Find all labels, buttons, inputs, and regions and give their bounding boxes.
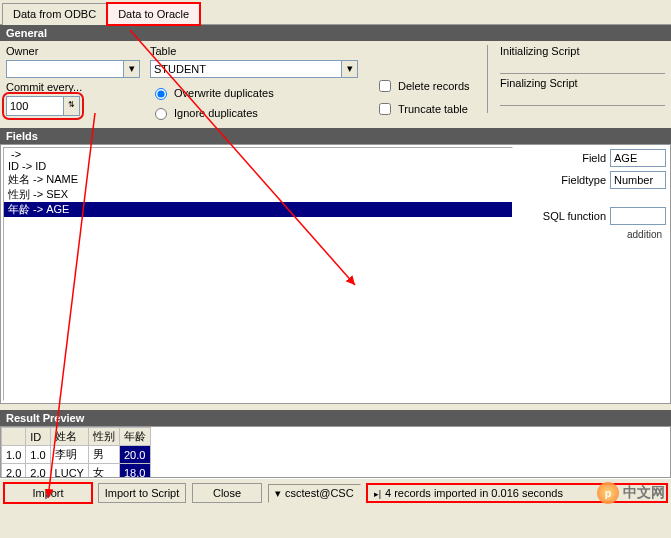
list-item[interactable]: 姓名 -> NAME: [4, 172, 512, 187]
overwrite-duplicates-radio[interactable]: [155, 88, 167, 100]
owner-combo[interactable]: [6, 60, 124, 78]
list-item-selected[interactable]: 年龄 -> AGE: [4, 202, 512, 217]
php-logo-icon: p: [597, 482, 619, 504]
table-row[interactable]: 2.0 2.0 LUCY 女 18.0: [2, 464, 151, 479]
col-header[interactable]: 年龄: [119, 428, 150, 446]
ignore-label: Ignore duplicates: [174, 107, 258, 119]
table-combo[interactable]: [150, 60, 342, 78]
result-preview-panel: ID 姓名 性别 年龄 1.0 1.0 李明 男 20.0 2.0 2.0 LU…: [0, 426, 671, 478]
col-header[interactable]: ID: [26, 428, 50, 446]
owner-label: Owner: [6, 45, 140, 57]
sqlfunction-label: SQL function: [543, 210, 606, 222]
init-script-label: Initializing Script: [500, 45, 665, 57]
tab-data-to-oracle[interactable]: Data to Oracle: [107, 3, 200, 25]
field-input[interactable]: [610, 149, 666, 167]
commit-every-input[interactable]: [6, 96, 64, 116]
watermark: p 中文网: [597, 482, 665, 504]
sqlfunction-input[interactable]: [610, 207, 666, 225]
fieldtype-label: Fieldtype: [561, 174, 606, 186]
connection-text: csctest@CSC: [285, 487, 354, 499]
result-preview-header: Result Preview: [0, 410, 671, 426]
bottom-bar: Import Import to Script Close ▾ csctest@…: [0, 478, 671, 507]
field-mapping-list[interactable]: -> ID -> ID 姓名 -> NAME 性别 -> SEX 年龄 -> A…: [3, 147, 513, 401]
tabs: Data from ODBC Data to Oracle: [0, 0, 671, 25]
close-button[interactable]: Close: [192, 483, 262, 503]
list-item[interactable]: 性别 -> SEX: [4, 187, 512, 202]
commit-spin[interactable]: ⇅: [64, 96, 80, 116]
ignore-duplicates-radio[interactable]: [155, 108, 167, 120]
general-panel: Owner ▾ Commit every... ⇅ Table ▾ Overwr…: [0, 41, 671, 128]
fieldtype-input[interactable]: [610, 171, 666, 189]
col-header[interactable]: 性别: [88, 428, 119, 446]
table-label: Table: [150, 45, 365, 57]
field-label: Field: [582, 152, 606, 164]
truncate-label: Truncate table: [398, 103, 468, 115]
final-script-label: Finalizing Script: [500, 77, 665, 89]
table-dropdown-button[interactable]: ▾: [342, 60, 358, 78]
list-item[interactable]: ID -> ID: [4, 160, 512, 172]
status-arrow-icon: ▸|: [374, 489, 381, 499]
fields-header: Fields: [0, 128, 671, 144]
chevron-down-icon: ▾: [275, 487, 281, 500]
col-header[interactable]: 姓名: [50, 428, 88, 446]
delete-label: Delete records: [398, 80, 470, 92]
additional-label: addition: [515, 229, 666, 240]
preview-table: ID 姓名 性别 年龄 1.0 1.0 李明 男 20.0 2.0 2.0 LU…: [1, 427, 151, 478]
import-to-script-button[interactable]: Import to Script: [98, 483, 186, 503]
commit-label: Commit every...: [6, 81, 140, 93]
connection-dropdown[interactable]: ▾ csctest@CSC: [268, 484, 361, 503]
col-header[interactable]: [2, 428, 26, 446]
table-row[interactable]: 1.0 1.0 李明 男 20.0: [2, 446, 151, 464]
field-properties: Field Fieldtype SQL function addition: [515, 145, 670, 403]
tab-data-from-odbc[interactable]: Data from ODBC: [2, 3, 107, 25]
truncate-table-check[interactable]: [379, 103, 391, 115]
watermark-text: 中文网: [623, 484, 665, 502]
delete-records-check[interactable]: [379, 80, 391, 92]
fields-panel: -> ID -> ID 姓名 -> NAME 性别 -> SEX 年龄 -> A…: [0, 144, 671, 404]
overwrite-label: Overwrite duplicates: [174, 87, 274, 99]
general-header: General: [0, 25, 671, 41]
import-button[interactable]: Import: [4, 483, 92, 503]
owner-dropdown-button[interactable]: ▾: [124, 60, 140, 78]
list-item[interactable]: ->: [4, 148, 512, 160]
